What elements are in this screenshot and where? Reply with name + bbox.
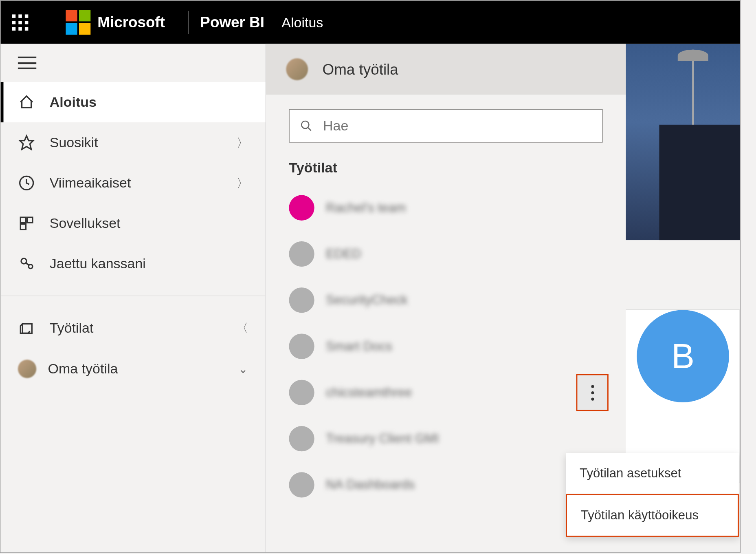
- nav-label: Sovellukset: [50, 215, 121, 232]
- workspace-name: Smart Docs: [326, 339, 392, 354]
- avatar-icon: [18, 360, 36, 378]
- search-box[interactable]: [289, 109, 602, 143]
- search-icon: [300, 119, 312, 132]
- workspace-name: NA Dashboards: [326, 477, 415, 492]
- svg-rect-2: [20, 217, 26, 223]
- home-icon: [18, 93, 35, 110]
- workspace-icon: [289, 380, 314, 405]
- sidebar-item-recent[interactable]: Viimeaikaiset 〉: [0, 163, 265, 203]
- nav-label: Aloitus: [50, 94, 97, 110]
- clock-icon: [18, 174, 35, 192]
- workspace-item[interactable]: Smart Docs: [283, 323, 609, 369]
- sidebar: Aloitus Suosikit 〉 Viimeaikaiset 〉: [0, 44, 266, 552]
- nav-label: Oma työtila: [48, 361, 118, 377]
- sidebar-item-workspaces[interactable]: Työtilat 〈: [0, 308, 265, 348]
- context-menu: Työtilan asetukset Työtilan käyttöoikeus: [566, 453, 739, 537]
- microsoft-logo: [66, 10, 90, 35]
- menu-item-workspace-settings[interactable]: Työtilan asetukset: [566, 453, 739, 494]
- workspace-name: chicsteamthree: [326, 385, 412, 400]
- content-badge: B: [637, 310, 729, 402]
- sidebar-item-apps[interactable]: Sovellukset: [0, 203, 265, 243]
- nav-label: Viimeaikaiset: [50, 175, 131, 191]
- chevron-left-icon: 〈: [237, 320, 248, 335]
- nav-label: Työtilat: [50, 320, 94, 336]
- svg-rect-3: [27, 217, 33, 223]
- workspace-title: Oma työtila: [323, 60, 398, 78]
- product-text[interactable]: Power BI: [200, 13, 264, 31]
- app-launcher-icon[interactable]: [12, 14, 29, 31]
- workspace-header[interactable]: Oma työtila: [266, 44, 626, 95]
- apps-icon: [18, 215, 35, 232]
- nav-label: Jaettu kanssani: [50, 256, 146, 272]
- sidebar-item-home[interactable]: Aloitus: [0, 82, 265, 122]
- chevron-right-icon: 〉: [237, 135, 248, 150]
- sidebar-item-favorites[interactable]: Suosikit 〉: [0, 122, 265, 163]
- svg-line-9: [308, 128, 311, 131]
- menu-item-workspace-access[interactable]: Työtilan käyttöoikeus: [566, 494, 739, 537]
- sidebar-item-shared[interactable]: Jaettu kanssani: [0, 244, 265, 284]
- star-icon: [18, 134, 35, 151]
- workspace-icon: [289, 287, 314, 313]
- header-divider: [188, 11, 189, 34]
- svg-marker-0: [20, 136, 33, 149]
- more-options-button[interactable]: [576, 374, 609, 411]
- workspace-icon: [289, 241, 314, 267]
- workspace-name: Rachel's team: [326, 200, 406, 215]
- hamburger-menu[interactable]: [0, 44, 265, 82]
- workspace-icon: [289, 472, 314, 497]
- workspace-item[interactable]: SecurityCheck: [283, 277, 609, 323]
- workspace-item[interactable]: Rachel's team: [283, 185, 609, 231]
- workspace-name: EDED: [326, 247, 361, 262]
- workspace-item[interactable]: Treasury Client GMI: [283, 416, 609, 462]
- workspace-icon: [289, 426, 314, 451]
- nav-label: Suosikit: [50, 135, 98, 151]
- hero-background: [626, 44, 740, 240]
- workspace-name: Treasury Client GMI: [326, 431, 439, 446]
- chevron-right-icon: 〉: [237, 175, 248, 191]
- hamburger-icon: [18, 57, 36, 69]
- workspace-item[interactable]: chicsteamthree: [283, 369, 609, 415]
- sidebar-item-my-workspace[interactable]: Oma työtila ⌄: [0, 348, 265, 390]
- svg-rect-4: [20, 224, 26, 230]
- workspace-icon: [289, 195, 314, 221]
- workspace-name: SecurityCheck: [326, 293, 408, 308]
- avatar-icon: [286, 58, 308, 80]
- workspace-icon: [289, 333, 314, 359]
- workspace-item[interactable]: NA Dashboards: [283, 462, 609, 508]
- svg-rect-7: [22, 324, 32, 333]
- header: Microsoft Power BI Aloitus: [0, 0, 740, 44]
- svg-point-5: [21, 258, 26, 264]
- search-input[interactable]: [323, 118, 592, 134]
- chevron-down-icon: ⌄: [238, 362, 248, 376]
- more-icon: [591, 385, 594, 400]
- section-label: Työtilat: [266, 154, 626, 185]
- share-icon: [18, 255, 35, 272]
- svg-point-8: [301, 121, 309, 128]
- nav-separator: [0, 296, 265, 296]
- page-title: Aloitus: [281, 14, 323, 31]
- workspace-item[interactable]: EDED: [283, 231, 609, 277]
- layers-icon: [18, 319, 35, 336]
- brand-text: Microsoft: [97, 13, 165, 31]
